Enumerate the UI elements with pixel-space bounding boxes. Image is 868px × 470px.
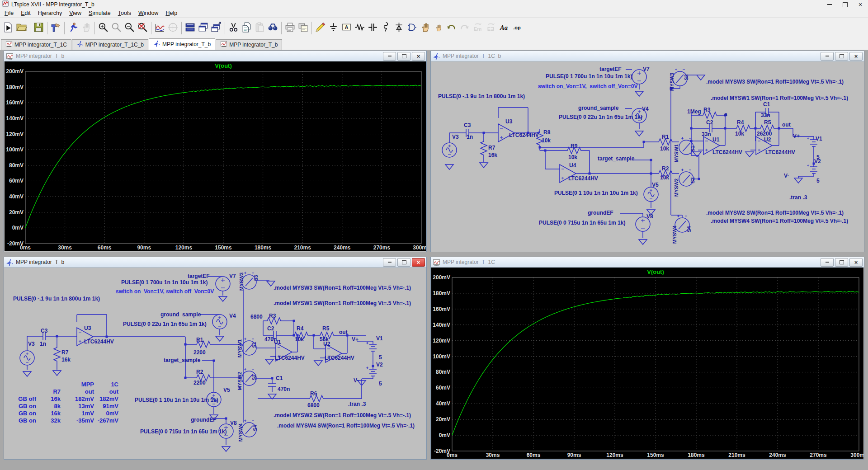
schematic-label[interactable]: LTC6244HV [568,175,598,182]
halt-button[interactable] [66,22,80,35]
app-close-button[interactable]: × [853,0,868,9]
cut-button[interactable] [227,22,240,35]
schematic-vertical-label[interactable]: MYSW1 [674,137,679,169]
schematic-label[interactable]: U4 [569,162,576,169]
schematic-vertical-label[interactable]: MYSW4 [672,219,677,250]
schematic-label[interactable]: V- [354,377,359,384]
schematic-label[interactable]: R3 [269,313,276,319]
schematic-label[interactable]: target_sample [164,357,200,363]
schematic-label[interactable]: 33n [702,131,711,137]
schematic-label[interactable]: 5 [379,354,382,361]
tab-2-mpp-integrator-t-b[interactable]: MPP integrator_T_b [149,38,215,50]
schematic-label[interactable]: R7 [488,145,495,151]
schematic-label[interactable]: C3 [41,328,47,334]
schematic-label[interactable]: .model MYSW3 SW(Ron=1 Roff=100Meg Vt=.5 … [706,79,844,85]
undo-button[interactable] [445,22,458,35]
schematic-vertical-label[interactable]: S4 [252,412,258,444]
schematic-vertical-label[interactable]: S4 [686,213,692,245]
control-panel-button[interactable] [49,22,62,35]
schematic-label[interactable]: 1n [467,134,473,140]
schematic-label[interactable]: 6800 [307,402,320,409]
menu-item-help[interactable]: Help [162,9,181,17]
schematic-label[interactable]: 5 [816,178,820,184]
schematic-label[interactable]: .model MYSW4 SW(Ron=1 Roff=100Meg Vt=.5 … [711,218,848,224]
schematic-label[interactable]: 16k [488,152,497,158]
schematic-comment[interactable]: switch on_Von=1V, switch off_Von=0V [538,83,638,89]
schematic-label[interactable]: U2 [323,341,330,347]
schematic-label[interactable]: 10k [568,154,577,160]
schematic-label[interactable]: C2 [267,325,274,332]
cascade-windows-button[interactable] [197,22,210,35]
schematic-label[interactable]: U3 [84,325,91,331]
wire-button[interactable] [314,22,327,35]
window-titlebar[interactable]: MPP integrator_T_1C_b × [431,51,864,61]
schematic-label[interactable]: LTC6244HV [712,149,742,155]
run-button[interactable] [2,22,15,35]
schematic-label[interactable]: 10k [542,137,551,144]
schematic-canvas[interactable]: PULSE(0 -.1 9u 1n 1n 800u 1m 1k)targetEF… [5,268,426,459]
schematic-label[interactable]: groundEF [588,210,613,216]
schematic-label[interactable]: V7 [643,66,650,72]
minimize-button[interactable] [821,258,834,267]
schematic-vertical-label[interactable]: S3 [684,61,689,93]
minimize-button[interactable] [383,258,396,267]
restore-button[interactable] [835,258,848,267]
minimize-button[interactable] [821,52,834,61]
restore-button[interactable] [397,258,410,267]
schematic-label[interactable]: R5 [322,325,329,332]
schematic-label[interactable]: R6 [310,390,317,397]
diode-button[interactable] [392,22,406,35]
schematic-vertical-label[interactable]: S2 [690,164,695,196]
zoom-extents-button[interactable] [136,22,149,35]
restore-button[interactable] [835,52,848,61]
component-button[interactable] [406,22,419,35]
schematic-label[interactable]: U3 [505,118,512,125]
schematic-label[interactable]: .model MYSW2 SW(Ron=1 Roff=100Meg Vt=.5 … [274,412,411,418]
schematic-label[interactable]: a [724,111,727,118]
schematic-label[interactable]: R5 [764,119,771,126]
schematic-label[interactable]: U2 [764,136,771,143]
schematic-label[interactable]: V3 [28,341,35,347]
schematic-label[interactable]: 1Meg [687,108,701,115]
schematic-label[interactable]: V+ [352,336,359,343]
schematic-label[interactable]: R1 [662,134,669,140]
schematic-label[interactable]: ground_sample [160,311,201,318]
schematic-label[interactable]: U1 [274,339,281,345]
inductor-button[interactable] [379,22,392,35]
schematic-label[interactable]: 16k [61,357,71,363]
drag-button[interactable] [432,22,445,35]
schematic-label[interactable]: V+ [793,133,800,139]
schematic-label[interactable]: V8 [230,420,237,426]
schematic-label[interactable]: PULSE(0 -.1 9u 1n 1n 800u 1m 1k) [438,93,525,99]
schematic-label[interactable]: .tran .3 [348,401,366,407]
menu-item-view[interactable]: View [66,9,85,17]
schematic-vertical-label[interactable]: S2 [251,362,257,393]
arrange-windows-button[interactable] [210,22,223,35]
schematic-label[interactable]: R2 [196,369,203,375]
schematic-label[interactable]: .model MYSW3 SW(Ron=1 Roff=100Meg Vt=.5 … [274,285,411,291]
print-preview-button[interactable] [297,22,310,35]
waveform-plot-canvas[interactable]: 0ms30ms60ms90ms120ms150ms180ms210ms240ms… [431,268,863,459]
text-button[interactable]: Aa [497,22,510,35]
close-button[interactable]: × [849,52,863,61]
schematic-label[interactable]: targetEF [188,273,210,279]
schematic-label[interactable]: targetEF [599,66,622,72]
schematic-label[interactable]: V2 [376,362,383,368]
schematic-label[interactable]: PULSE(0 1 700u 1n 1n 10u 1m 1k) [121,279,208,286]
schematic-label[interactable]: R8 [543,129,550,136]
schematic-label[interactable]: R4 [737,119,744,126]
spice-directive-button[interactable]: .op [510,22,524,35]
schematic-label[interactable]: PULSE(0 0 22u 1n 1n 65u 1m 1k) [559,114,642,120]
schematic-label[interactable]: PULSE(0 1 10u 1n 1n 10u 1m 1k) [554,190,638,196]
schematic-label[interactable]: out [339,329,348,335]
schematic-canvas[interactable]: PULSE(0 1 700u 1n 1n 10u 1m 1k)targetEFV… [431,61,863,251]
schematic-label[interactable]: .model MYSW2 SW(Ron=1 Roff=100Meg Vt=.5 … [706,210,844,216]
schematic-label[interactable]: V8 [646,213,653,220]
restore-button[interactable] [397,52,410,61]
move-button[interactable] [419,22,432,35]
schematic-label[interactable]: 10k [660,174,669,181]
schematic-label[interactable]: 1n [40,341,46,347]
schematic-label[interactable]: V4 [229,313,236,319]
schematic-vertical-label[interactable]: MYSW2 [237,365,242,397]
tab-1-mpp-integrator-t-1c-b[interactable]: MPP integrator_T_1C_b [72,39,148,50]
